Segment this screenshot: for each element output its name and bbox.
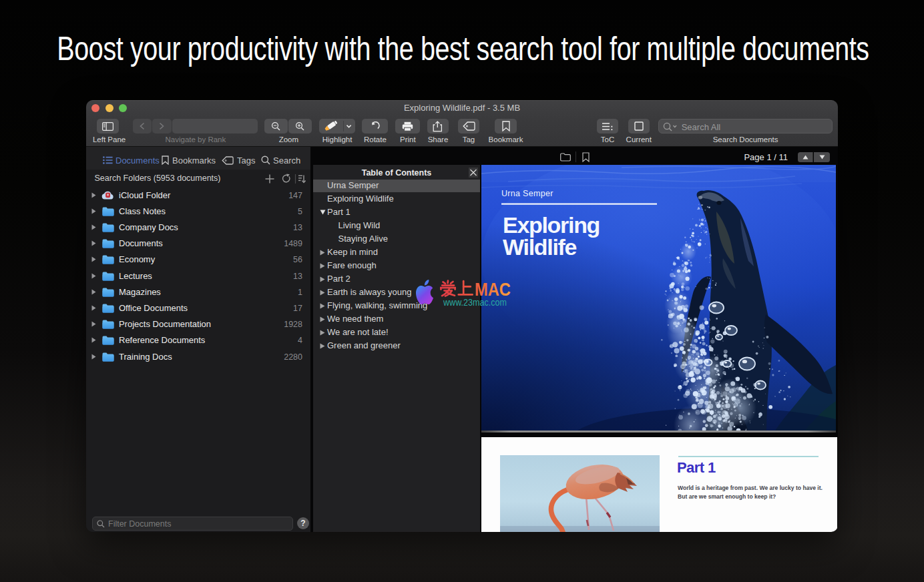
svg-text:www.23mac.com: www.23mac.com — [443, 297, 507, 308]
svg-text:Wildlife: Wildlife — [503, 234, 577, 260]
svg-text:Urna Semper: Urna Semper — [501, 189, 553, 198]
